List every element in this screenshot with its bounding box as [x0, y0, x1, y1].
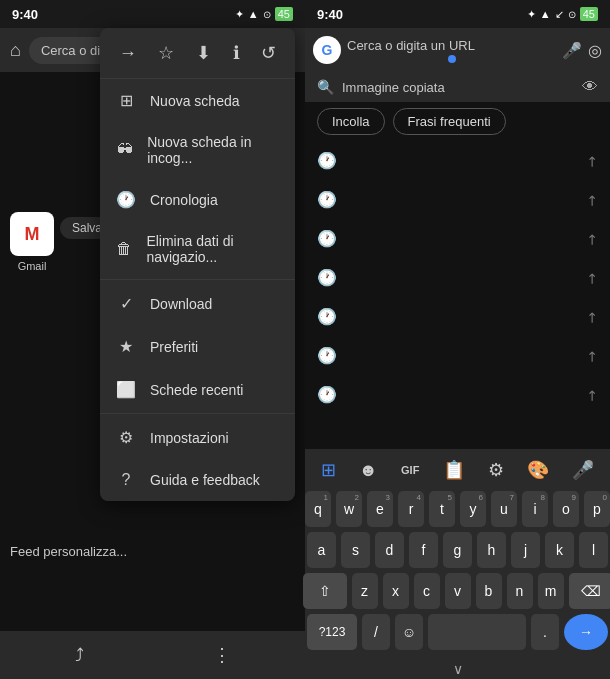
- right-panel: 9:40 ✦ ▲ ↙ ⊙ 45 G Cerca o digita un URL …: [305, 0, 610, 679]
- key-w[interactable]: 2w: [336, 491, 362, 527]
- key-enter[interactable]: →: [564, 614, 608, 650]
- key-slash[interactable]: /: [362, 614, 390, 650]
- share-icon[interactable]: ⤴: [75, 645, 84, 666]
- history-item-2[interactable]: 🕐 ↗: [305, 180, 610, 219]
- key-i[interactable]: 8i: [522, 491, 548, 527]
- kb-gif-icon[interactable]: GIF: [393, 460, 427, 480]
- signal-icon: ▲: [248, 8, 259, 20]
- key-z[interactable]: z: [352, 573, 378, 609]
- key-d[interactable]: d: [375, 532, 404, 568]
- history-item-7-left: 🕐: [317, 385, 337, 404]
- key-c[interactable]: c: [414, 573, 440, 609]
- key-l[interactable]: l: [579, 532, 608, 568]
- menu-item-elimina[interactable]: 🗑 Elimina dati di navigazio...: [100, 221, 295, 277]
- menu-item-cronologia[interactable]: 🕐 Cronologia: [100, 178, 295, 221]
- menu-refresh-icon[interactable]: ↺: [253, 38, 284, 68]
- menu-item-schede-recenti-label: Schede recenti: [150, 382, 243, 398]
- eye-icon[interactable]: 👁: [582, 78, 598, 96]
- key-n[interactable]: n: [507, 573, 533, 609]
- clock-icon-6: 🕐: [317, 346, 337, 365]
- menu-item-incognito[interactable]: 🕶 Nuova scheda in incog...: [100, 122, 295, 178]
- history-item-7[interactable]: 🕐 ↗: [305, 375, 610, 414]
- key-g[interactable]: g: [443, 532, 472, 568]
- keyboard-hide-button[interactable]: ∨: [305, 659, 610, 679]
- kb-settings-icon[interactable]: ⚙: [480, 455, 512, 485]
- bottom-bar-left: ⤴ ⋮: [0, 631, 305, 679]
- url-bar-right[interactable]: Cerca o digita un URL: [347, 38, 556, 53]
- arrow-icon-6: ↗: [582, 346, 602, 366]
- key-u[interactable]: 7u: [491, 491, 517, 527]
- home-icon-left[interactable]: ⌂: [10, 40, 21, 61]
- key-s[interactable]: s: [341, 532, 370, 568]
- key-v[interactable]: v: [445, 573, 471, 609]
- menu-item-preferiti[interactable]: ★ Preferiti: [100, 325, 295, 368]
- history-item-5[interactable]: 🕐 ↗: [305, 297, 610, 336]
- menu-forward-icon[interactable]: →: [111, 39, 145, 68]
- battery-icon: 45: [275, 7, 293, 21]
- key-row-2: a s d f g h j k l: [307, 532, 608, 568]
- key-a[interactable]: a: [307, 532, 336, 568]
- menu-item-download[interactable]: ✓ Download: [100, 282, 295, 325]
- key-space[interactable]: [428, 614, 526, 650]
- key-h[interactable]: h: [477, 532, 506, 568]
- lens-icon[interactable]: ◎: [588, 41, 602, 60]
- menu-item-cronologia-label: Cronologia: [150, 192, 218, 208]
- menu-item-impostazioni[interactable]: ⚙ Impostazioni: [100, 416, 295, 459]
- help-icon: ?: [116, 471, 136, 489]
- wifi-icon-r: ⊙: [568, 9, 576, 20]
- menu-bookmark-icon[interactable]: ☆: [150, 38, 182, 68]
- signal-icon-r: ▲: [540, 8, 551, 20]
- key-k[interactable]: k: [545, 532, 574, 568]
- key-e[interactable]: 3e: [367, 491, 393, 527]
- key-t[interactable]: 5t: [429, 491, 455, 527]
- menu-item-guida[interactable]: ? Guida e feedback: [100, 459, 295, 501]
- time-left: 9:40: [12, 7, 38, 22]
- key-b[interactable]: b: [476, 573, 502, 609]
- more-icon[interactable]: ⋮: [213, 644, 231, 666]
- kb-theme-icon[interactable]: 🎨: [519, 455, 557, 485]
- kb-clipboard-icon[interactable]: 📋: [435, 455, 473, 485]
- key-emoji[interactable]: ☺: [395, 614, 423, 650]
- immagine-copiata-text: Immagine copiata: [342, 80, 574, 95]
- menu-item-download-label: Download: [150, 296, 212, 312]
- search-icon-small: 🔍: [317, 79, 334, 95]
- key-dot[interactable]: .: [531, 614, 559, 650]
- menu-info-icon[interactable]: ℹ: [225, 38, 248, 68]
- mic-icon[interactable]: 🎤: [562, 41, 582, 60]
- history-item-3[interactable]: 🕐 ↗: [305, 219, 610, 258]
- gmail-icon[interactable]: M: [10, 212, 54, 256]
- new-tab-icon: ⊞: [116, 91, 136, 110]
- key-m[interactable]: m: [538, 573, 564, 609]
- clock-icon-4: 🕐: [317, 268, 337, 287]
- feed-label: Feed personalizza...: [10, 544, 127, 559]
- kb-sticker-icon[interactable]: ☻: [351, 456, 386, 485]
- key-f[interactable]: f: [409, 532, 438, 568]
- history-item-4[interactable]: 🕐 ↗: [305, 258, 610, 297]
- kb-grid-icon[interactable]: ⊞: [313, 455, 344, 485]
- key-j[interactable]: j: [511, 532, 540, 568]
- key-r[interactable]: 4r: [398, 491, 424, 527]
- chip-frasi-frequenti[interactable]: Frasi frequenti: [393, 108, 506, 135]
- menu-download-icon[interactable]: ⬇: [188, 38, 219, 68]
- key-o[interactable]: 9o: [553, 491, 579, 527]
- key-y[interactable]: 6y: [460, 491, 486, 527]
- history-item-1[interactable]: 🕐 ↗: [305, 141, 610, 180]
- history-item-6[interactable]: 🕐 ↗: [305, 336, 610, 375]
- key-x[interactable]: x: [383, 573, 409, 609]
- key-numbers[interactable]: ?123: [307, 614, 357, 650]
- key-backspace[interactable]: ⌫: [569, 573, 611, 609]
- key-p[interactable]: 0p: [584, 491, 610, 527]
- clock-icon-3: 🕐: [317, 229, 337, 248]
- menu-item-nuova-scheda[interactable]: ⊞ Nuova scheda: [100, 79, 295, 122]
- key-row-1: 1q 2w 3e 4r 5t 6y 7u 8i 9o 0p: [307, 491, 608, 527]
- battery-icon-r: 45: [580, 7, 598, 21]
- menu-top-row: → ☆ ⬇ ℹ ↺: [100, 28, 295, 79]
- chip-incolla[interactable]: Incolla: [317, 108, 385, 135]
- kb-mic-icon[interactable]: 🎤: [564, 455, 602, 485]
- download-check-icon: ✓: [116, 294, 136, 313]
- menu-item-schede-recenti[interactable]: ⬜ Schede recenti: [100, 368, 295, 411]
- key-q[interactable]: 1q: [305, 491, 331, 527]
- status-icons-right: ✦ ▲ ↙ ⊙ 45: [527, 7, 598, 21]
- key-shift[interactable]: ⇧: [303, 573, 347, 609]
- history-item-4-left: 🕐: [317, 268, 337, 287]
